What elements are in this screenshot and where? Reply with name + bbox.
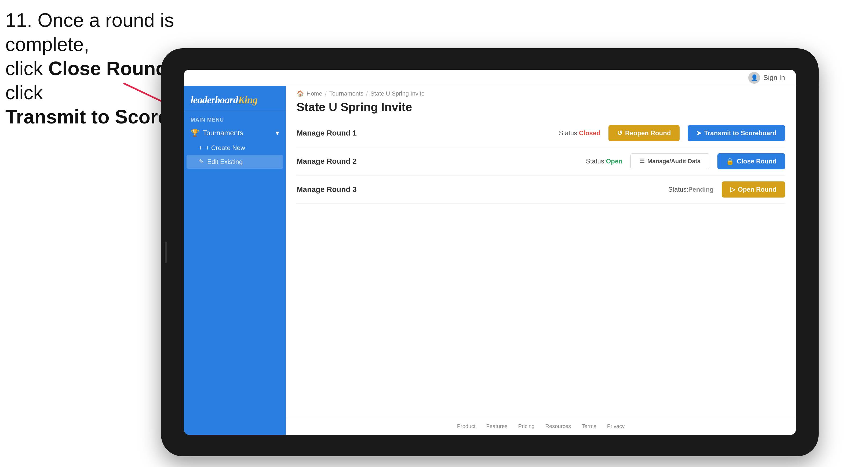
open-round-label: Open Round <box>738 186 776 193</box>
avatar: 👤 <box>748 72 760 84</box>
instruction-bold1: Close Round <box>48 58 167 79</box>
instruction-line1: 11. Once a round is complete, <box>5 9 174 55</box>
top-bar: 👤 Sign In <box>184 70 796 86</box>
round3-status-value: Pending <box>688 186 714 193</box>
logo: leaderboardKing <box>191 94 279 106</box>
round3-right: Status:Pending ▷ Open Round <box>668 181 785 197</box>
footer-link-privacy[interactable]: Privacy <box>607 423 625 429</box>
round1-right: Status:Closed ↺ Reopen Round ➤ Transmit … <box>559 125 785 141</box>
round1-status-value: Closed <box>579 129 600 136</box>
sign-in-label[interactable]: Sign In <box>763 73 785 82</box>
chevron-down-icon: ▾ <box>276 129 279 137</box>
breadcrumb-sep2: / <box>366 90 368 97</box>
transmit-scoreboard-button[interactable]: ➤ Transmit to Scoreboard <box>688 125 785 141</box>
close-round-label: Close Round <box>737 158 776 165</box>
close-round-button[interactable]: 🔒 Close Round <box>717 153 785 169</box>
round3-status: Status:Pending <box>668 186 714 193</box>
reopen-icon: ↺ <box>617 129 622 137</box>
app-container: leaderboardKing MAIN MENU 🏆 Tournaments … <box>184 86 796 435</box>
instruction-line2: click <box>5 58 48 79</box>
sidebar: leaderboardKing MAIN MENU 🏆 Tournaments … <box>184 86 286 435</box>
reopen-round-label: Reopen Round <box>625 129 671 137</box>
manage-icon: ☰ <box>639 158 645 165</box>
breadcrumb-home-icon: 🏠 <box>297 90 304 97</box>
footer-link-resources[interactable]: Resources <box>546 423 571 429</box>
breadcrumb-home[interactable]: Home <box>307 90 322 97</box>
footer-link-terms[interactable]: Terms <box>582 423 596 429</box>
tablet-side-button <box>165 242 167 263</box>
page-title: State U Spring Invite <box>286 99 796 119</box>
footer-link-pricing[interactable]: Pricing <box>518 423 535 429</box>
sidebar-item-tournaments-left: 🏆 Tournaments <box>191 129 243 137</box>
breadcrumb: 🏠 Home / Tournaments / State U Spring In… <box>286 86 796 99</box>
breadcrumb-sep1: / <box>325 90 327 97</box>
footer-link-features[interactable]: Features <box>486 423 507 429</box>
tablet-shell: 👤 Sign In leaderboardKing MAIN MENU 🏆 To… <box>161 48 818 456</box>
round1-status: Status:Closed <box>559 129 600 137</box>
round2-status-value: Open <box>606 158 622 165</box>
round2-label: Manage Round 2 <box>297 157 357 165</box>
round2-status: Status:Open <box>586 158 622 165</box>
sidebar-item-create-new[interactable]: + + Create New <box>184 141 286 155</box>
edit-icon: ✎ <box>198 158 204 165</box>
main-menu-label: MAIN MENU <box>184 112 286 125</box>
round-row-3: Manage Round 3 Status:Pending ▷ Open Rou… <box>297 176 785 204</box>
plus-icon: + <box>198 144 203 152</box>
logo-area: leaderboardKing <box>184 86 286 112</box>
open-round-button[interactable]: ▷ Open Round <box>722 181 785 197</box>
footer: Product Features Pricing Resources Terms… <box>286 417 796 435</box>
trophy-icon: 🏆 <box>191 129 199 137</box>
edit-existing-label: Edit Existing <box>207 158 243 165</box>
logo-king: King <box>238 94 257 105</box>
round-row-1: Manage Round 1 Status:Closed ↺ Reopen Ro… <box>297 119 785 147</box>
rounds-container: Manage Round 1 Status:Closed ↺ Reopen Ro… <box>286 119 796 417</box>
round3-label: Manage Round 3 <box>297 185 357 194</box>
open-icon: ▷ <box>730 186 735 193</box>
breadcrumb-tournaments[interactable]: Tournaments <box>329 90 364 97</box>
lock-icon: 🔒 <box>726 158 734 165</box>
manage-audit-label: Manage/Audit Data <box>647 158 701 165</box>
sign-in-area: 👤 Sign In <box>748 72 785 84</box>
round2-right: Status:Open ☰ Manage/Audit Data 🔒 Close … <box>586 153 785 169</box>
create-new-label: + Create New <box>206 144 245 152</box>
sidebar-item-tournaments[interactable]: 🏆 Tournaments ▾ <box>184 125 286 141</box>
tablet-screen: 👤 Sign In leaderboardKing MAIN MENU 🏆 To… <box>184 70 796 435</box>
round-row-2: Manage Round 2 Status:Open ☰ Manage/Audi… <box>297 147 785 176</box>
breadcrumb-current: State U Spring Invite <box>370 90 425 97</box>
reopen-round-button[interactable]: ↺ Reopen Round <box>609 125 680 141</box>
footer-link-product[interactable]: Product <box>457 423 475 429</box>
manage-audit-button[interactable]: ☰ Manage/Audit Data <box>630 153 709 169</box>
sidebar-item-edit-existing[interactable]: ✎ Edit Existing <box>187 155 283 169</box>
main-content: 🏠 Home / Tournaments / State U Spring In… <box>286 86 796 435</box>
transmit-icon: ➤ <box>696 129 702 137</box>
transmit-scoreboard-label: Transmit to Scoreboard <box>704 129 776 137</box>
sidebar-tournaments-label: Tournaments <box>203 129 243 137</box>
logo-leaderboard: leaderboard <box>191 94 238 105</box>
round1-label: Manage Round 1 <box>297 129 357 137</box>
